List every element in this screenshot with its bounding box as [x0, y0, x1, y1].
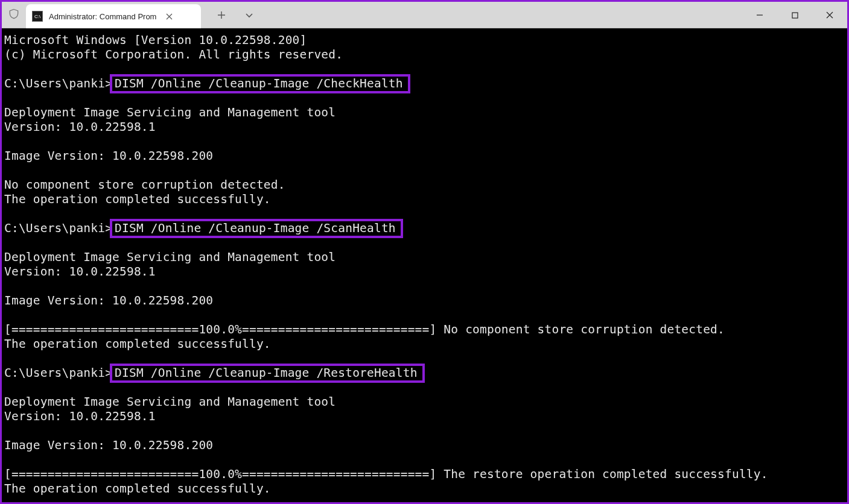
minimize-button[interactable] — [742, 2, 777, 28]
tab-title: Administrator: Command Prom — [49, 12, 156, 21]
text-line: Deployment Image Servicing and Managemen… — [4, 106, 335, 119]
text-line: [==========================100.0%=======… — [4, 323, 725, 336]
text-line: (c) Microsoft Corporation. All rights re… — [4, 48, 343, 61]
terminal-output[interactable]: Microsoft Windows [Version 10.0.22598.20… — [2, 28, 847, 502]
text-line: Deployment Image Servicing and Managemen… — [4, 250, 335, 264]
text-line: Microsoft Windows [Version 10.0.22598.20… — [4, 33, 307, 47]
text-line: Image Version: 10.0.22598.200 — [4, 294, 213, 307]
tab-dropdown-button[interactable] — [241, 7, 258, 24]
svg-rect-0 — [792, 13, 798, 18]
shield-icon — [8, 8, 20, 22]
maximize-button[interactable] — [777, 2, 812, 28]
text-line: [==========================100.0%=======… — [4, 467, 768, 481]
text-line: Version: 10.0.22598.1 — [4, 265, 156, 279]
text-line: The operation completed successfully. — [4, 337, 271, 351]
text-line: Image Version: 10.0.22598.200 — [4, 149, 213, 163]
highlighted-command-1: DISM /Online /Cleanup-Image /CheckHealth — [110, 74, 410, 93]
text-line: The operation completed successfully. — [4, 482, 271, 496]
privacy-shield-area — [2, 2, 26, 28]
text-line: Version: 10.0.22598.1 — [4, 120, 156, 134]
text-line: The operation completed successfully. — [4, 192, 271, 206]
prompt: C:\Users\panki> — [4, 221, 112, 235]
close-window-button[interactable] — [812, 2, 847, 28]
highlighted-command-2: DISM /Online /Cleanup-Image /ScanHealth — [110, 219, 403, 238]
terminal-window: C:\ Administrator: Command Prom — [0, 0, 849, 504]
tab-toolbar — [201, 2, 258, 28]
close-tab-button[interactable] — [162, 10, 176, 23]
highlighted-command-3: DISM /Online /Cleanup-Image /RestoreHeal… — [110, 364, 424, 383]
prompt: C:\Users\panki> — [4, 366, 112, 380]
text-line: Image Version: 10.0.22598.200 — [4, 438, 213, 452]
titlebar: C:\ Administrator: Command Prom — [2, 2, 847, 28]
window-controls — [742, 2, 847, 28]
active-tab[interactable]: C:\ Administrator: Command Prom — [26, 4, 201, 28]
prompt: C:\Users\panki> — [4, 77, 112, 90]
new-tab-button[interactable] — [213, 7, 230, 24]
text-line: Deployment Image Servicing and Managemen… — [4, 395, 335, 409]
text-line: No component store corruption detected. — [4, 178, 285, 192]
text-line: Version: 10.0.22598.1 — [4, 409, 156, 423]
cmd-icon: C:\ — [32, 11, 43, 22]
